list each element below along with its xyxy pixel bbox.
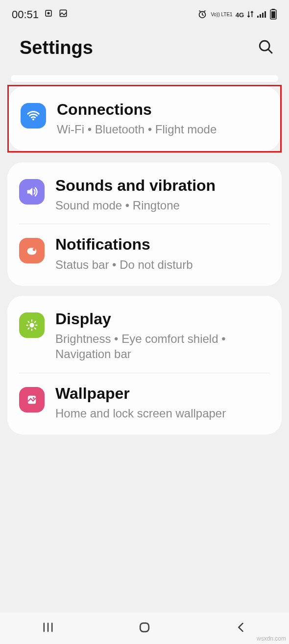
svg-point-14 [33,248,36,251]
item-subtitle: Brightness • Eye comfort shield • Naviga… [55,331,270,361]
connections-highlight: Connections Wi‑Fi • Bluetooth • Flight m… [7,85,282,153]
svg-point-1 [48,12,50,15]
back-button[interactable] [234,620,248,636]
item-title: Wallpaper [55,384,270,403]
item-title: Connections [57,100,268,119]
settings-item-connections[interactable]: Connections Wi‑Fi • Bluetooth • Flight m… [9,89,280,148]
search-icon[interactable] [258,39,274,57]
svg-rect-18 [140,623,149,632]
wallpaper-icon [19,387,45,412]
page-title: Settings [20,37,93,58]
gallery-icon [58,8,68,21]
svg-point-11 [260,41,269,51]
home-button[interactable] [137,620,152,637]
settings-header: Settings [0,25,289,75]
svg-rect-7 [265,11,266,18]
top-shadow [11,75,278,82]
signal-icon [257,10,266,20]
status-bar: 00:51 Vo)) LTE1 4G [0,0,289,25]
notifications-icon [19,238,45,263]
svg-point-15 [29,323,34,327]
android-nav-bar [0,613,289,644]
item-subtitle: Sound mode • Ringtone [55,198,270,213]
display-icon [19,312,45,338]
recents-button[interactable] [41,620,55,636]
network-indicator: 4G [236,11,244,19]
watermark: wsxdn.com [257,635,286,642]
status-right: Vo)) LTE1 4G [197,9,277,21]
svg-point-17 [33,397,35,399]
settings-item-wallpaper[interactable]: Wallpaper Home and lock screen wallpaper [19,373,270,432]
item-title: Sounds and vibration [55,176,270,195]
svg-rect-4 [257,16,259,18]
item-subtitle: Status bar • Do not disturb [55,257,270,272]
svg-rect-10 [271,11,275,18]
settings-item-notifications[interactable]: Notifications Status bar • Do not distur… [19,224,270,283]
settings-card: Sounds and vibration Sound mode • Ringto… [7,162,282,286]
wifi-icon [21,103,46,129]
item-title: Notifications [55,235,270,254]
item-subtitle: Home and lock screen wallpaper [55,406,270,421]
settings-card: Display Brightness • Eye comfort shield … [7,296,282,435]
alarm-icon [44,8,53,21]
settings-item-display[interactable]: Display Brightness • Eye comfort shield … [7,299,282,373]
item-title: Display [55,309,270,328]
svg-rect-6 [262,13,264,18]
status-left: 00:51 [12,8,68,21]
status-time: 00:51 [12,8,39,21]
sound-icon [19,179,45,205]
battery-icon [269,9,277,21]
alarm-clock-icon [197,9,208,21]
svg-point-12 [32,119,34,121]
settings-item-sounds[interactable]: Sounds and vibration Sound mode • Ringto… [7,165,282,224]
data-arrows-icon [247,10,254,20]
volte-indicator: Vo)) LTE1 [211,12,232,17]
item-subtitle: Wi‑Fi • Bluetooth • Flight mode [57,122,268,137]
svg-rect-5 [260,14,261,18]
